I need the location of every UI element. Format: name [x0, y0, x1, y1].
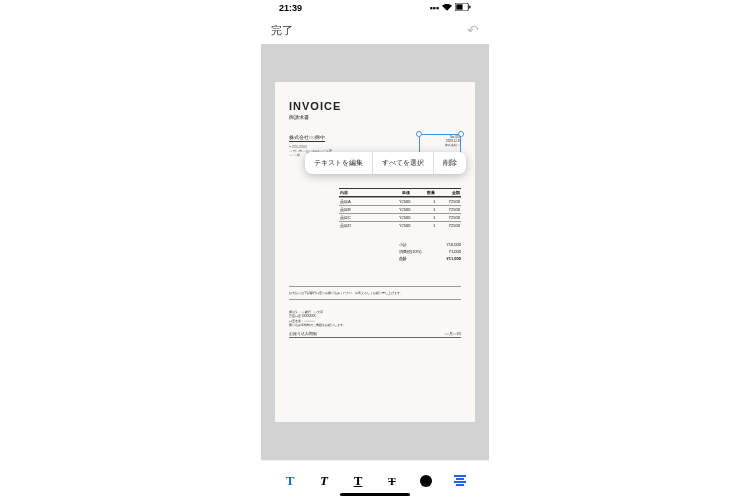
table-row: 品目C¥25001¥2500	[339, 213, 461, 221]
italic-tool-icon[interactable]: T	[316, 473, 332, 489]
battery-icon	[455, 3, 471, 13]
invoice-subtitle: 御請求書	[289, 114, 461, 120]
bank-info: 振込先：○○銀行 ○○支店 普通口座 XXXXXXX 口座名義：○○○○○○ 振…	[289, 310, 461, 328]
status-bar: 21:39 ▪▪▪	[261, 0, 489, 16]
phone-frame: 21:39 ▪▪▪ 完了 ↶ INVOICE 御請求書 株式会社○○御中 〒XX…	[261, 0, 489, 500]
align-tool-icon[interactable]	[452, 473, 468, 489]
context-menu: テキストを編集 すべてを選択 削除	[305, 152, 466, 174]
payment-note: お支払いは下記銀行口座へお振り込みください。何卒よろしくお願い申し上げます。	[289, 286, 461, 300]
totals-block: 小計¥10,000 消費税(10%)¥1,000 合計¥11,000	[399, 241, 461, 262]
home-indicator[interactable]	[340, 493, 410, 496]
table-row: 品目A¥25001¥2500	[339, 197, 461, 205]
undo-icon[interactable]: ↶	[467, 22, 479, 38]
status-time: 21:39	[279, 3, 302, 13]
resize-handle-tr[interactable]	[458, 131, 464, 137]
table-row: 品目D¥25001¥2500	[339, 221, 461, 229]
signal-icon: ▪▪▪	[429, 3, 439, 13]
menu-select-all[interactable]: すべてを選択	[373, 152, 434, 174]
client-name: 株式会社○○御中	[289, 134, 325, 142]
editor-canvas[interactable]: INVOICE 御請求書 株式会社○○御中 〒XXX-XXXX ○○県○○市○○…	[261, 44, 489, 460]
table-row: 品目B¥25001¥2500	[339, 205, 461, 213]
nav-bar: 完了 ↶	[261, 16, 489, 44]
svg-rect-2	[469, 6, 470, 9]
menu-delete[interactable]: 削除	[434, 152, 466, 174]
line-items-table: 内容 単価 数量 金額 品目A¥25001¥2500 品目B¥25001¥250…	[339, 188, 461, 229]
resize-handle-tl[interactable]	[416, 131, 422, 137]
color-tool-icon[interactable]	[418, 473, 434, 489]
status-indicators: ▪▪▪	[429, 3, 471, 13]
invoice-title: INVOICE	[289, 100, 461, 112]
svg-rect-1	[456, 4, 462, 9]
wifi-icon	[442, 3, 452, 13]
payment-deadline: お振り込み期限 ○○月○○日	[289, 332, 461, 338]
menu-edit-text[interactable]: テキストを編集	[305, 152, 373, 174]
table-header: 内容 単価 数量 金額	[339, 188, 461, 197]
invoice-document[interactable]: INVOICE 御請求書 株式会社○○御中 〒XXX-XXXX ○○県○○市○○…	[275, 82, 475, 422]
underline-tool-icon[interactable]: T	[350, 473, 366, 489]
done-button[interactable]: 完了	[271, 23, 293, 38]
strike-tool-icon[interactable]: T	[384, 473, 400, 489]
text-tool-icon[interactable]: T	[282, 473, 298, 489]
